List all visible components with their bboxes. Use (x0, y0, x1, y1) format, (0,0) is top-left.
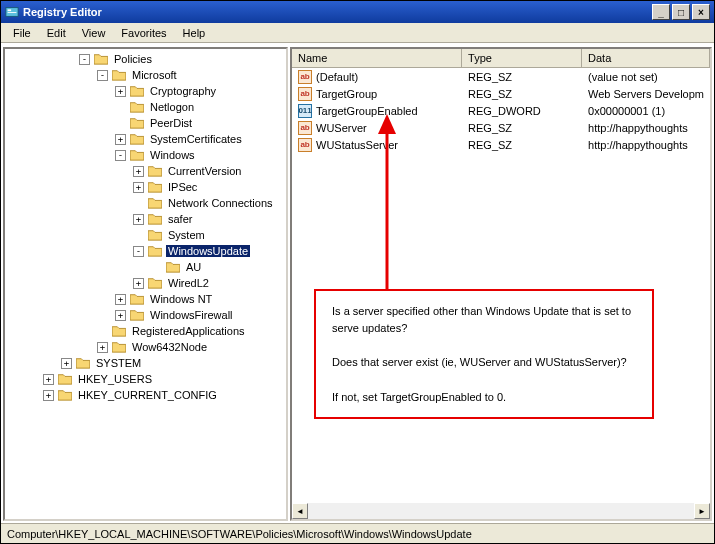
tree-safer[interactable]: safer (166, 213, 194, 225)
expand-icon[interactable]: + (133, 166, 144, 177)
folder-icon (148, 181, 162, 193)
minimize-button[interactable]: _ (652, 4, 670, 20)
tree-microsoft[interactable]: Microsoft (130, 69, 179, 81)
folder-icon (58, 389, 72, 401)
folder-icon (130, 293, 144, 305)
expand-icon[interactable]: + (133, 278, 144, 289)
tree-windowsupdate[interactable]: WindowsUpdate (166, 245, 250, 257)
value-name: TargetGroupEnabled (316, 105, 418, 117)
expand-icon[interactable]: + (115, 310, 126, 321)
folder-icon (148, 165, 162, 177)
value-data: http://happythoughts (582, 121, 710, 135)
folder-icon (148, 197, 162, 209)
value-name: WUStatusServer (316, 139, 398, 151)
folder-icon (166, 261, 180, 273)
value-name: TargetGroup (316, 88, 377, 100)
maximize-button[interactable]: □ (672, 4, 690, 20)
callout-line1: Is a server specified other than Windows… (332, 303, 636, 336)
tree-netlogon[interactable]: Netlogon (148, 101, 196, 113)
column-headers: Name Type Data (292, 49, 710, 68)
menu-file[interactable]: File (5, 24, 39, 42)
annotation-callout: Is a server specified other than Windows… (314, 289, 654, 419)
value-icon: ab (298, 138, 312, 152)
value-icon: ab (298, 87, 312, 101)
folder-icon (148, 277, 162, 289)
value-icon: ab (298, 121, 312, 135)
col-type[interactable]: Type (462, 49, 582, 67)
tree-ipsec[interactable]: IPSec (166, 181, 199, 193)
close-button[interactable]: × (692, 4, 710, 20)
scroll-left-icon[interactable]: ◄ (292, 503, 308, 519)
folder-icon (148, 229, 162, 241)
value-type: REG_SZ (462, 121, 582, 135)
expand-icon[interactable]: + (115, 86, 126, 97)
expand-icon[interactable]: + (133, 182, 144, 193)
expand-icon[interactable]: + (115, 134, 126, 145)
tree-systemroot[interactable]: SYSTEM (94, 357, 143, 369)
regedit-icon (5, 5, 19, 19)
tree-au[interactable]: AU (184, 261, 203, 273)
tree-windowsnt[interactable]: Windows NT (148, 293, 214, 305)
values-pane[interactable]: Name Type Data ab(Default)REG_SZ(value n… (290, 47, 712, 521)
expand-icon[interactable]: + (133, 214, 144, 225)
menu-edit[interactable]: Edit (39, 24, 74, 42)
expand-icon[interactable]: + (61, 358, 72, 369)
col-name[interactable]: Name (292, 49, 462, 67)
col-data[interactable]: Data (582, 49, 710, 67)
tree-peerdist[interactable]: PeerDist (148, 117, 194, 129)
value-name: (Default) (316, 71, 358, 83)
tree-networkconnections[interactable]: Network Connections (166, 197, 275, 209)
expand-icon[interactable]: + (97, 342, 108, 353)
value-row[interactable]: ab(Default)REG_SZ(value not set) (292, 68, 710, 85)
tree-windowsfirewall[interactable]: WindowsFirewall (148, 309, 235, 321)
tree-registeredapplications[interactable]: RegisteredApplications (130, 325, 247, 337)
value-row[interactable]: abWUServerREG_SZhttp://happythoughts (292, 119, 710, 136)
value-type: REG_SZ (462, 70, 582, 84)
collapse-icon[interactable]: - (115, 150, 126, 161)
value-icon: 011 (298, 104, 312, 118)
folder-icon (112, 341, 126, 353)
collapse-icon[interactable]: - (79, 54, 90, 65)
value-row[interactable]: abTargetGroupREG_SZWeb Servers Developm (292, 85, 710, 102)
tree-hkeycurrentconfig[interactable]: HKEY_CURRENT_CONFIG (76, 389, 219, 401)
tree-wow6432node[interactable]: Wow6432Node (130, 341, 209, 353)
callout-line2: Does that server exist (ie, WUServer and… (332, 354, 636, 371)
value-data: Web Servers Developm (582, 87, 710, 101)
tree-systemcertificates[interactable]: SystemCertificates (148, 133, 244, 145)
collapse-icon[interactable]: - (97, 70, 108, 81)
value-type: REG_SZ (462, 138, 582, 152)
tree-windows[interactable]: Windows (148, 149, 197, 161)
window-title: Registry Editor (23, 6, 102, 18)
scroll-right-icon[interactable]: ► (694, 503, 710, 519)
svg-rect-2 (8, 12, 17, 13)
expand-icon[interactable]: + (43, 374, 54, 385)
menu-help[interactable]: Help (175, 24, 214, 42)
folder-icon (130, 149, 144, 161)
svg-rect-1 (8, 9, 12, 11)
tree-hkeyusers[interactable]: HKEY_USERS (76, 373, 154, 385)
folder-icon (130, 309, 144, 321)
value-data: http://happythoughts (582, 138, 710, 152)
expand-icon[interactable]: + (115, 294, 126, 305)
tree-cryptography[interactable]: Cryptography (148, 85, 218, 97)
menu-view[interactable]: View (74, 24, 114, 42)
folder-icon (94, 53, 108, 65)
folder-icon (130, 101, 144, 113)
tree-policies[interactable]: Policies (112, 53, 154, 65)
tree-pane[interactable]: -Policies -Microsoft +Cryptography Netlo… (3, 47, 288, 521)
value-row[interactable]: 011TargetGroupEnabledREG_DWORD0x00000001… (292, 102, 710, 119)
tree-currentversion[interactable]: CurrentVersion (166, 165, 243, 177)
tree-system[interactable]: System (166, 229, 207, 241)
collapse-icon[interactable]: - (133, 246, 144, 257)
statusbar: Computer\HKEY_LOCAL_MACHINE\SOFTWARE\Pol… (1, 523, 714, 543)
folder-icon (130, 117, 144, 129)
folder-icon (76, 357, 90, 369)
value-type: REG_SZ (462, 87, 582, 101)
expand-icon[interactable]: + (43, 390, 54, 401)
menu-favorites[interactable]: Favorites (113, 24, 174, 42)
tree-wiredl2[interactable]: WiredL2 (166, 277, 211, 289)
scroll-track[interactable] (308, 503, 694, 519)
value-row[interactable]: abWUStatusServerREG_SZhttp://happythough… (292, 136, 710, 153)
horizontal-scrollbar[interactable]: ◄ ► (292, 503, 710, 519)
value-data: 0x00000001 (1) (582, 104, 710, 118)
